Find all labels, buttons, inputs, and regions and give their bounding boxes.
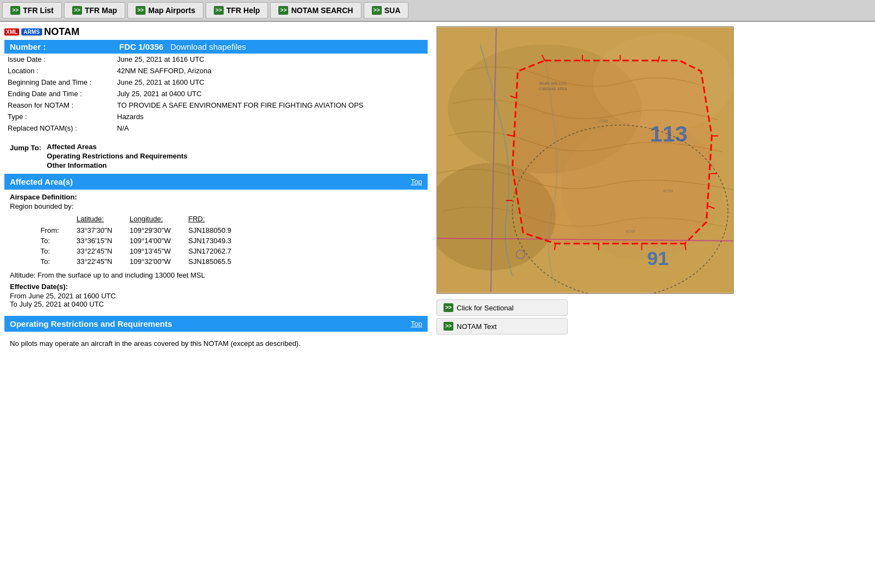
sectional-btn-icon: >> xyxy=(444,303,453,312)
type-label: Type : xyxy=(4,111,114,122)
affected-areas-title: Affected Area(s) xyxy=(10,177,73,186)
coord-lon-1: 109°14'00"W xyxy=(121,236,179,246)
airspace-definition: Airspace Definition: xyxy=(10,193,422,201)
sua-icon: >> xyxy=(372,6,382,15)
coord-lat-0: 33°37'30"N xyxy=(68,225,121,236)
tab-tfr-map-label: TFR Map xyxy=(85,6,117,15)
right-content: 113 91 BEAR WALLOO CIBEMAE AREA 7795 675… xyxy=(432,22,738,357)
map-airports-icon: >> xyxy=(136,6,145,15)
beginning-row: Beginning Date and Time : June 25, 2021 … xyxy=(4,77,428,88)
ending-row: Ending Date and Time : July 25, 2021 at … xyxy=(4,88,428,99)
affected-areas-top-link[interactable]: Top xyxy=(411,178,422,186)
jump-link-affected-areas[interactable]: Affected Areas xyxy=(47,143,188,151)
coord-lat-2: 33°22'45"N xyxy=(68,246,121,256)
coord-row-2: To: 33°22'45"N 109°13'45"W SJN172062.7 xyxy=(32,246,240,256)
notam-header: XML ARMS NOTAM xyxy=(4,26,428,38)
issue-date-value: June 25, 2021 at 1616 UTC xyxy=(114,54,428,65)
number-label: Number : xyxy=(4,40,114,54)
map-actions: >> Click for Sectional >> NOTAM Text xyxy=(436,299,734,337)
left-content: XML ARMS NOTAM Number : FDC 1/0356 Downl… xyxy=(0,22,432,357)
col-longitude-header: Longitude: xyxy=(121,214,179,225)
type-row: Type : Hazards xyxy=(4,111,428,122)
notam-text-button[interactable]: >> NOTAM Text xyxy=(436,318,568,334)
notam-text-button-label: NOTAM Text xyxy=(457,322,497,331)
beginning-label: Beginning Date and Time : xyxy=(4,77,114,88)
beginning-value: June 25, 2021 at 1600 UTC xyxy=(114,77,428,88)
coord-frd-1: SJN173049.3 xyxy=(179,236,240,246)
tab-map-airports-label: Map Airports xyxy=(148,6,195,15)
coord-label-1: To: xyxy=(32,236,68,246)
reason-row: Reason for NOTAM : TO PROVIDE A SAFE ENV… xyxy=(4,99,428,111)
tab-map-airports[interactable]: >> Map Airports xyxy=(127,2,203,19)
main-container: XML ARMS NOTAM Number : FDC 1/0356 Downl… xyxy=(0,22,875,357)
number-row: Number : FDC 1/0356 Download shapefiles xyxy=(4,40,428,54)
issue-date-label: Issue Date : xyxy=(4,54,114,65)
jump-link-operating-restrictions[interactable]: Operating Restrictions and Requirements xyxy=(47,152,188,160)
coord-row-3: To: 33°22'45"N 109°32'00"W SJN185065.5 xyxy=(32,256,240,267)
coord-lon-0: 109°29'30"W xyxy=(121,225,179,236)
tab-tfr-list-label: TFR List xyxy=(23,6,54,15)
coord-row-1: To: 33°36'15"N 109°14'00"W SJN173049.3 xyxy=(32,236,240,246)
location-row: Location : 42NM NE SAFFORD, Arizona xyxy=(4,65,428,77)
coord-frd-3: SJN185065.5 xyxy=(179,256,240,267)
tfr-help-icon: >> xyxy=(214,6,224,15)
svg-text:91: 91 xyxy=(647,248,668,269)
region-bounded: Region bounded by: xyxy=(10,202,422,210)
ending-value: July 25, 2021 at 0400 UTC xyxy=(114,88,428,99)
sectional-button-label: Click for Sectional xyxy=(457,304,514,312)
coord-lon-3: 109°32'00"W xyxy=(121,256,179,267)
replaced-row: Replaced NOTAM(s) : N/A xyxy=(4,122,428,134)
affected-areas-section: Affected Area(s) Top Airspace Definition… xyxy=(4,174,428,311)
navigation-bar: >> TFR List >> TFR Map >> Map Airports >… xyxy=(0,0,875,22)
coord-row-0: From: 33°37'30"N 109°29'30"W SJN188050.9 xyxy=(32,225,240,236)
operating-restrictions-top-link[interactable]: Top xyxy=(411,320,422,328)
tab-tfr-list[interactable]: >> TFR List xyxy=(2,2,62,19)
download-link[interactable]: Download shapefiles xyxy=(170,42,246,51)
tab-tfr-help[interactable]: >> TFR Help xyxy=(206,2,268,19)
tfr-map-icon: >> xyxy=(72,6,82,15)
operating-restrictions-header: Operating Restrictions and Requirements … xyxy=(4,316,428,332)
coord-label-3: To: xyxy=(32,256,68,267)
jump-link-other-information[interactable]: Other Information xyxy=(47,161,188,169)
number-value: FDC 1/0356 Download shapefiles xyxy=(114,40,428,54)
effective-dates-label: Effective Date(s): xyxy=(10,283,422,291)
fdc-number: FDC 1/0356 xyxy=(119,42,164,51)
operating-restrictions-title: Operating Restrictions and Requirements xyxy=(10,319,172,328)
affected-areas-content: Airspace Definition: Region bounded by: … xyxy=(4,190,428,311)
notam-title: NOTAM xyxy=(44,26,80,38)
tab-tfr-map[interactable]: >> TFR Map xyxy=(64,2,125,19)
tab-sua-label: SUA xyxy=(384,6,401,15)
type-value: Hazards xyxy=(114,111,428,122)
col-frd-header: FRD: xyxy=(179,214,240,225)
jump-to-links: Affected Areas Operating Restrictions an… xyxy=(47,143,188,169)
tab-tfr-help-label: TFR Help xyxy=(226,6,260,15)
col-latitude-header: Latitude: xyxy=(68,214,121,225)
issue-date-row: Issue Date : June 25, 2021 at 1616 UTC xyxy=(4,54,428,65)
tab-notam-search-label: NOTAM SEARCH xyxy=(291,6,353,15)
tab-sua[interactable]: >> SUA xyxy=(364,2,409,19)
coord-lat-1: 33°36'15"N xyxy=(68,236,121,246)
altitude-text: Altitude: From the surface up to and inc… xyxy=(10,271,422,279)
replaced-value: N/A xyxy=(114,122,428,134)
svg-marker-15 xyxy=(512,61,712,244)
ending-label: Ending Date and Time : xyxy=(4,88,114,99)
operating-restrictions-section: Operating Restrictions and Requirements … xyxy=(4,316,428,352)
coord-lon-2: 109°13'45"W xyxy=(121,246,179,256)
arms-badge: ARMS xyxy=(21,28,42,36)
coordinates-table: Latitude: Longitude: FRD: From: 33°37'30… xyxy=(32,214,240,267)
reason-label: Reason for NOTAM : xyxy=(4,99,114,111)
sectional-map: 113 91 BEAR WALLOO CIBEMAE AREA 7795 675… xyxy=(436,26,734,294)
replaced-label: Replaced NOTAM(s) : xyxy=(4,122,114,134)
notam-search-icon: >> xyxy=(278,6,288,15)
tfr-overlay-svg: 113 91 BEAR WALLOO CIBEMAE AREA 7795 675… xyxy=(437,27,733,293)
jump-to-label: Jump To: xyxy=(10,143,42,152)
coord-lat-3: 33°22'45"N xyxy=(68,256,121,267)
coord-frd-2: SJN172062.7 xyxy=(179,246,240,256)
tab-notam-search[interactable]: >> NOTAM SEARCH xyxy=(270,2,361,19)
notam-text-btn-icon: >> xyxy=(444,322,453,331)
xml-badge: XML xyxy=(4,28,19,36)
notam-info-table: Number : FDC 1/0356 Download shapefiles … xyxy=(4,40,428,134)
jump-to-section: Jump To: Affected Areas Operating Restri… xyxy=(4,138,428,174)
location-value: 42NM NE SAFFORD, Arizona xyxy=(114,65,428,77)
click-for-sectional-button[interactable]: >> Click for Sectional xyxy=(436,299,568,316)
